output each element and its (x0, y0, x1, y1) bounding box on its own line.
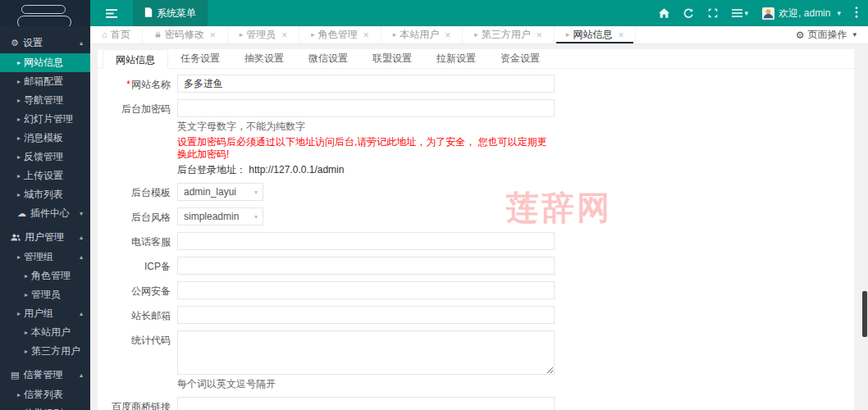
window-tab[interactable]: ⌂首页 (90, 26, 143, 43)
field-label: 后台模板 (98, 183, 177, 200)
sidebar-item[interactable]: ▸反馈管理 (0, 148, 90, 166)
window-tab-label: 本站用户 (400, 28, 439, 42)
sidebar-item[interactable]: ▸上传设置 (0, 166, 90, 185)
caret-right-icon: ▸ (17, 59, 21, 66)
form-row-admin-style: 后台风格simpleadmin▾ (98, 207, 854, 226)
window-tab-label: 密码修改 (165, 28, 204, 42)
sidebar-item[interactable]: ▸导航管理 (0, 91, 90, 110)
settings-tab[interactable]: 资金设置 (488, 49, 552, 68)
sidebar-item[interactable]: ▸城市列表 (0, 185, 90, 204)
window-tabs: ⌂首页密码修改×▸管理员×▸角色管理×▸本站用户×▸第三方用户×▸网站信息× (90, 26, 636, 43)
sidebar-item[interactable]: ▸管理组▴ (0, 248, 90, 266)
selected-value: simpleadmin (184, 211, 239, 222)
top-bar: 系统菜单 ▾ 欢迎, admin ▾ (90, 0, 868, 26)
icp-input[interactable] (177, 257, 555, 275)
sidebar-item[interactable]: ☁插件中心▾ (0, 204, 90, 223)
admin-style-select[interactable]: simpleadmin▾ (177, 207, 263, 226)
sidebar-nav: ⚙设置▴▸网站信息▸邮箱配置▸导航管理▸幻灯片管理▸消息模板▸反馈管理▸上传设置… (0, 26, 90, 410)
window-tab[interactable]: ▸网站信息× (555, 26, 637, 43)
caret-right-icon: ▸ (17, 153, 21, 161)
sidebar-item[interactable]: ▸网站信息 (0, 53, 90, 72)
more-options-icon[interactable] (855, 7, 858, 20)
settings-tab[interactable]: 微信设置 (296, 49, 360, 68)
logo-shape (21, 5, 66, 14)
sidebar-item[interactable]: ▸信誉列表 (0, 385, 90, 404)
form-row-stats-code: 统计代码每个词以英文逗号隔开 (98, 330, 854, 390)
sidebar-item-label: 上传设置 (24, 169, 63, 183)
sidebar-item[interactable]: ▸第三方用户 (0, 342, 90, 361)
caret-right-icon: ▸ (17, 134, 21, 142)
page-actions-label: 页面操作 (807, 28, 847, 42)
window-tab[interactable]: ▸管理员× (228, 26, 300, 43)
sidebar-item[interactable]: ▸用户组▴ (0, 304, 90, 323)
sidebar-item[interactable]: ▸本站用户 (0, 323, 90, 342)
refresh-icon[interactable] (683, 8, 694, 19)
field-label: ICP备 (98, 257, 177, 274)
sidebar-item-label: 网站信息 (24, 56, 63, 70)
fullscreen-icon[interactable] (708, 8, 718, 18)
site-name-input[interactable] (177, 75, 555, 93)
layout-menu-icon[interactable]: ▾ (732, 9, 749, 17)
window-tab[interactable]: ▸本站用户× (381, 26, 464, 43)
sidebar-item-label: 幻灯片管理 (24, 112, 73, 126)
admin-code-input[interactable] (177, 99, 555, 117)
window-tab-label: 管理员 (246, 28, 276, 42)
sidebar-item-label: 信誉管理 (23, 368, 62, 382)
phone-service-input[interactable] (177, 232, 555, 250)
sidebar-item-label: 本站用户 (31, 326, 71, 339)
close-icon[interactable]: × (210, 30, 216, 40)
window-tab[interactable]: ▸第三方用户× (463, 26, 555, 43)
cloud-icon: ☁ (17, 208, 26, 219)
sidebar-item-label: 设置 (23, 36, 43, 50)
baidu-bridge-input[interactable] (177, 397, 555, 410)
form-row-admin-code: 后台加密码英文字母数字，不能为纯数字设置加密码后必须通过以下地址访问后台,请劳记… (98, 99, 854, 176)
sidebar-item[interactable]: ▸信誉规则 (0, 404, 90, 410)
window-tab[interactable]: 密码修改× (143, 26, 228, 43)
field-help-text: 每个词以英文逗号隔开 (177, 378, 555, 390)
sidebar-item[interactable]: ▤信誉管理▴ (0, 364, 90, 385)
sidebar-item-label: 管理组 (24, 250, 53, 264)
gongan-input[interactable] (177, 281, 555, 299)
chevron-down-icon: ▾ (254, 213, 258, 221)
close-icon[interactable]: × (445, 30, 450, 40)
settings-tab[interactable]: 网站信息 (103, 49, 168, 69)
home-icon[interactable] (659, 8, 669, 18)
field-label: 后台加密码 (98, 99, 177, 116)
stats-code-textarea[interactable] (177, 330, 555, 375)
close-icon[interactable]: × (618, 30, 624, 40)
sidebar-toggle-icon[interactable] (90, 0, 133, 26)
sidebar-item[interactable]: ▸消息模板 (0, 129, 90, 148)
caret-right-icon: ▸ (25, 329, 28, 336)
close-icon[interactable]: × (537, 30, 542, 40)
user-menu[interactable]: 欢迎, admin ▾ (762, 7, 841, 20)
sidebar-item[interactable]: ▸角色管理 (0, 266, 90, 285)
field-label: 公网安备 (98, 281, 177, 298)
close-icon[interactable]: × (363, 30, 369, 40)
settings-tab[interactable]: 拉新设置 (424, 49, 488, 68)
system-menu-button[interactable]: 系统菜单 (133, 0, 208, 26)
settings-tab[interactable]: 抽奖设置 (232, 49, 296, 68)
page-actions-button[interactable]: ⚙ 页面操作 ▾ (784, 26, 868, 43)
sidebar-item-label: 反馈管理 (24, 150, 63, 164)
topbar-actions: ▾ 欢迎, admin ▾ (659, 0, 868, 26)
sidebar-item[interactable]: 用户管理▴ (0, 226, 90, 248)
sidebar-item[interactable]: ⚙设置▴ (0, 32, 90, 53)
settings-tab[interactable]: 任务设置 (168, 49, 232, 68)
form-row-icp: ICP备 (98, 257, 854, 275)
window-tab[interactable]: ▸角色管理× (299, 26, 381, 43)
sidebar-item-label: 导航管理 (24, 93, 63, 107)
sidebar-item[interactable]: ▸邮箱配置 (0, 72, 90, 91)
webmaster-email-input[interactable] (177, 306, 555, 324)
sidebar-item[interactable]: ▸幻灯片管理 (0, 110, 90, 129)
vertical-scrollbar (861, 45, 868, 410)
caret-right-icon: ▸ (25, 272, 28, 280)
admin-template-select[interactable]: admin_layui▾ (177, 183, 263, 201)
settings-tab[interactable]: 联盟设置 (360, 49, 424, 68)
cogs-icon: ⚙ (11, 38, 19, 48)
sidebar-item[interactable]: ▸管理员 (0, 285, 90, 304)
chevron-up-icon: ▴ (80, 234, 83, 241)
field-label: 电话客服 (98, 232, 177, 249)
content-card: 网站信息任务设置抽奖设置微信设置联盟设置拉新设置资金设置 *网站名称后台加密码英… (98, 49, 854, 410)
close-icon[interactable]: × (281, 30, 287, 40)
scrollbar-thumb[interactable] (862, 291, 867, 337)
